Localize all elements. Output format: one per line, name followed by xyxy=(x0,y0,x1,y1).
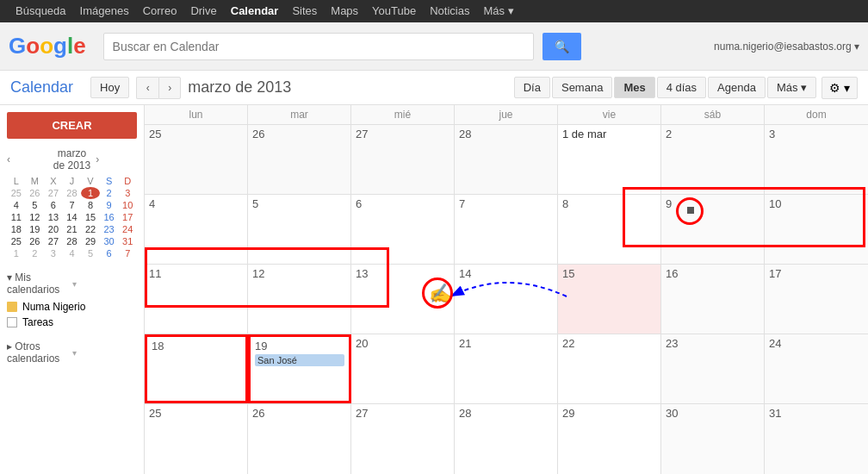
calendar-name-numa[interactable]: Numa Nigerio xyxy=(22,301,85,313)
day-cell-4[interactable]: 4 xyxy=(145,195,248,264)
day-cell-19[interactable]: 19 San José xyxy=(248,334,351,403)
mini-day[interactable]: 25 xyxy=(7,187,26,199)
day-cell-13[interactable]: 13 xyxy=(351,265,455,334)
day-cell-6[interactable]: 6 xyxy=(351,195,455,264)
mini-day[interactable]: 4 xyxy=(63,247,82,259)
mini-day[interactable]: 4 xyxy=(7,199,26,211)
mini-day[interactable]: 21 xyxy=(63,223,82,235)
mini-day[interactable]: 9 xyxy=(100,199,119,211)
mini-day[interactable]: 7 xyxy=(63,199,82,211)
nav-maps[interactable]: Maps xyxy=(324,0,365,22)
mini-day[interactable]: 1 xyxy=(7,247,26,259)
mini-day[interactable]: 27 xyxy=(44,235,63,247)
mini-day[interactable]: 17 xyxy=(118,211,137,223)
search-input-wrapper[interactable] xyxy=(103,33,534,60)
nav-imagenes[interactable]: Imágenes xyxy=(73,0,136,22)
mini-day[interactable]: 5 xyxy=(81,247,100,259)
mini-day[interactable]: 24 xyxy=(118,223,137,235)
view-more-button[interactable]: Más ▾ xyxy=(767,77,816,98)
mini-day[interactable]: 26 xyxy=(26,235,45,247)
mini-day[interactable]: 28 xyxy=(63,187,82,199)
mini-prev-arrow[interactable]: ‹ xyxy=(7,153,48,165)
day-cell-26[interactable]: 26 xyxy=(248,404,351,474)
mini-next-arrow[interactable]: › xyxy=(96,153,137,165)
day-cell-w1d7[interactable]: 3 xyxy=(765,125,868,194)
nav-sites[interactable]: Sites xyxy=(285,0,324,22)
day-cell-17[interactable]: 17 xyxy=(765,265,868,334)
mini-day[interactable]: 6 xyxy=(44,199,63,211)
day-cell-5[interactable]: 5 xyxy=(248,195,351,264)
mini-day[interactable]: 6 xyxy=(100,247,119,259)
day-cell-18[interactable]: 18 xyxy=(145,334,248,403)
day-cell-mar1[interactable]: 1 de mar xyxy=(558,125,661,194)
user-email[interactable]: numa.nigerio@iesabastos.org ▾ xyxy=(714,41,859,53)
day-cell-w1d1[interactable]: 25 xyxy=(145,125,248,194)
event-san-jose[interactable]: San José xyxy=(255,354,344,366)
my-calendars-dropdown-icon[interactable]: ▾ xyxy=(72,279,138,289)
mini-day[interactable]: 7 xyxy=(118,247,137,259)
view-semana-button[interactable]: Semana xyxy=(552,77,612,98)
day-cell-7[interactable]: 7 xyxy=(455,195,558,264)
nav-calendar[interactable]: Calendar xyxy=(224,0,286,22)
mini-day[interactable]: 14 xyxy=(63,211,82,223)
mini-day[interactable]: 28 xyxy=(63,235,82,247)
day-cell-w1d6[interactable]: 2 xyxy=(661,125,765,194)
search-input[interactable] xyxy=(113,40,524,53)
day-cell-11[interactable]: 11 xyxy=(145,265,248,334)
other-calendars-header[interactable]: ▸ Otros calendarios ▾ xyxy=(7,337,137,368)
other-calendars-dropdown-icon[interactable]: ▾ xyxy=(72,348,138,358)
mini-day[interactable]: 23 xyxy=(100,223,119,235)
day-cell-14[interactable]: 14 xyxy=(455,265,558,334)
nav-mas[interactable]: Más xyxy=(476,0,520,22)
mini-day-today[interactable]: 1 xyxy=(81,187,100,199)
mini-day[interactable]: 22 xyxy=(81,223,100,235)
mini-day[interactable]: 3 xyxy=(118,187,137,199)
mini-day[interactable]: 15 xyxy=(81,211,100,223)
mini-day[interactable]: 2 xyxy=(26,247,45,259)
mini-day[interactable]: 5 xyxy=(26,199,45,211)
day-cell-12[interactable]: 12 xyxy=(248,265,351,334)
day-cell-w1d3[interactable]: 27 xyxy=(351,125,455,194)
my-calendars-header[interactable]: ▾ Mis calendarios ▾ xyxy=(7,268,137,299)
mini-day[interactable]: 27 xyxy=(44,187,63,199)
nav-noticias[interactable]: Noticias xyxy=(423,0,476,22)
day-cell-27[interactable]: 27 xyxy=(351,404,455,474)
day-cell-24[interactable]: 24 xyxy=(765,334,868,403)
create-button[interactable]: CREAR xyxy=(7,112,137,139)
mini-day[interactable]: 12 xyxy=(26,211,45,223)
mini-day[interactable]: 3 xyxy=(44,247,63,259)
mini-day[interactable]: 29 xyxy=(81,235,100,247)
day-cell-10[interactable]: 10 xyxy=(765,195,868,264)
day-cell-21[interactable]: 21 xyxy=(455,334,558,403)
calendar-checkbox-tareas[interactable] xyxy=(7,317,17,327)
nav-youtube[interactable]: YouTube xyxy=(365,0,423,22)
view-mes-button[interactable]: Mes xyxy=(614,77,654,98)
day-cell-25[interactable]: 25 xyxy=(145,404,248,474)
mini-day[interactable]: 20 xyxy=(44,223,63,235)
view-4dias-button[interactable]: 4 días xyxy=(657,77,706,98)
prev-month-button[interactable]: ‹ xyxy=(136,77,158,99)
mini-day[interactable]: 10 xyxy=(118,199,137,211)
day-cell-9[interactable]: 9 xyxy=(661,195,765,264)
view-agenda-button[interactable]: Agenda xyxy=(708,77,766,98)
mini-day[interactable]: 16 xyxy=(100,211,119,223)
day-cell-w1d2[interactable]: 26 xyxy=(248,125,351,194)
nav-busqueda[interactable]: Búsqueda xyxy=(9,0,73,22)
day-cell-w1d4[interactable]: 28 xyxy=(455,125,558,194)
mini-day[interactable]: 18 xyxy=(7,223,26,235)
day-cell-23[interactable]: 23 xyxy=(661,334,765,403)
mini-day[interactable]: 31 xyxy=(118,235,137,247)
nav-drive[interactable]: Drive xyxy=(183,0,223,22)
mini-day[interactable]: 19 xyxy=(26,223,45,235)
mini-day[interactable]: 26 xyxy=(26,187,45,199)
day-cell-15[interactable]: 15 xyxy=(558,265,661,334)
day-cell-29[interactable]: 29 xyxy=(558,404,661,474)
next-month-button[interactable]: › xyxy=(158,77,181,99)
settings-button[interactable]: ⚙ ▾ xyxy=(822,77,858,99)
day-cell-30[interactable]: 30 xyxy=(661,404,765,474)
mini-day[interactable]: 11 xyxy=(7,211,26,223)
mini-day[interactable]: 25 xyxy=(7,235,26,247)
day-cell-8[interactable]: 8 xyxy=(558,195,661,264)
view-day-button[interactable]: Día xyxy=(514,77,550,98)
mini-day[interactable]: 2 xyxy=(100,187,119,199)
